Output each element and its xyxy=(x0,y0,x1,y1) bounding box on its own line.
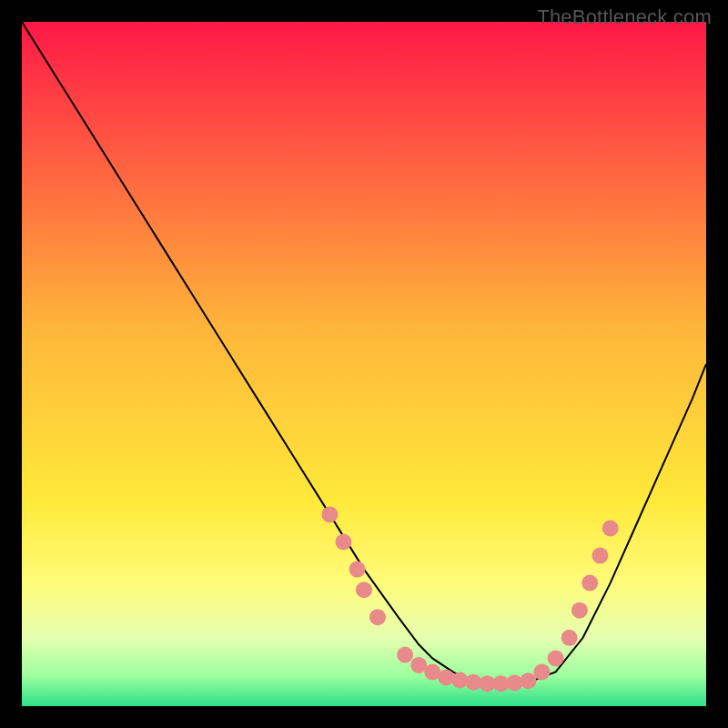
marker-point xyxy=(548,650,564,666)
marker-point xyxy=(561,630,578,646)
marker-point xyxy=(581,575,598,592)
chart-svg xyxy=(22,22,706,706)
marker-point xyxy=(602,521,619,537)
marker-point xyxy=(397,647,413,663)
marker-point xyxy=(349,561,366,578)
marker-point xyxy=(534,663,551,680)
gradient-background xyxy=(22,22,706,706)
marker-point xyxy=(335,534,351,551)
marker-point xyxy=(506,674,522,691)
marker-point xyxy=(356,581,372,598)
marker-point xyxy=(438,669,454,685)
marker-point xyxy=(369,609,386,625)
marker-point xyxy=(571,602,588,619)
marker-point xyxy=(321,506,338,522)
watermark-text: TheBottleneck.com xyxy=(537,5,712,29)
plot-area xyxy=(22,22,706,706)
chart-frame: TheBottleneck.com xyxy=(0,0,728,728)
marker-point xyxy=(521,672,537,689)
marker-point xyxy=(592,548,608,564)
